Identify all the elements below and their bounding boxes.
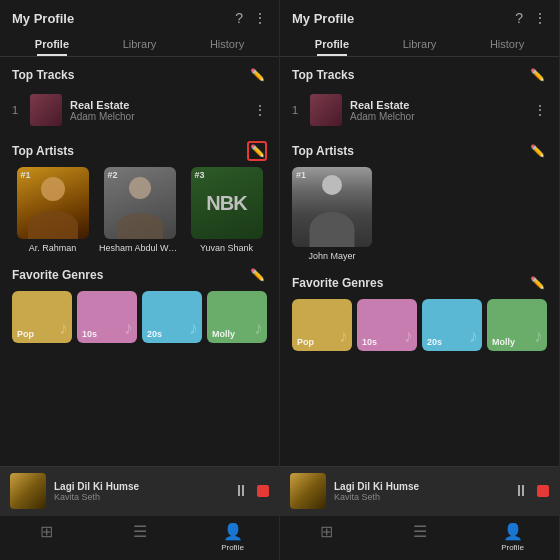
left-tracks-edit-btn[interactable]: ✏️ [247, 65, 267, 85]
tab-library-left[interactable]: Library [115, 34, 165, 56]
right-genre-music-icon-molly: ♪ [534, 326, 543, 347]
right-track-thumbnail [310, 94, 342, 126]
left-tracks-header: Top Tracks ✏️ [12, 65, 267, 85]
right-track-name: Real Estate [350, 99, 525, 111]
john-mayer-img: #1 [292, 167, 372, 247]
left-panel: My Profile ? ⋮ Profile Library History T… [0, 0, 280, 560]
tab-history-left[interactable]: History [202, 34, 252, 56]
left-artists-edit-btn[interactable]: ✏️ [247, 141, 267, 161]
right-title: My Profile [292, 11, 354, 26]
right-header-icons: ? ⋮ [515, 10, 547, 26]
right-genre-pop[interactable]: Pop ♪ [292, 299, 352, 351]
right-grid-icon: ⊞ [320, 522, 333, 541]
left-nav-profile[interactable]: 👤 Profile [186, 522, 279, 552]
right-np-info: Lagi Dil Ki Humse Kavita Seth [334, 481, 505, 502]
more-icon[interactable]: ⋮ [253, 10, 267, 26]
right-genre-20s[interactable]: 20s ♪ [422, 299, 482, 351]
tab-profile-left[interactable]: Profile [27, 34, 77, 56]
right-header: My Profile ? ⋮ [280, 0, 559, 30]
left-bottom-nav: ⊞ ☰ 👤 Profile [0, 515, 279, 560]
nbk-logo: NBK [206, 193, 246, 213]
genre-pop[interactable]: Pop ♪ [12, 291, 72, 343]
right-pause-btn[interactable]: ⏸ [513, 482, 529, 500]
right-nav-grid[interactable]: ⊞ [280, 522, 373, 552]
left-np-title: Lagi Dil Ki Humse [54, 481, 225, 492]
right-now-playing: Lagi Dil Ki Humse Kavita Seth ⏸ [280, 466, 559, 515]
tab-history-right[interactable]: History [482, 34, 532, 56]
ar-rahman-name: Ar. Rahman [12, 243, 93, 253]
hesham-img: #2 [104, 167, 176, 239]
right-track-more-btn[interactable]: ⋮ [533, 102, 547, 118]
right-np-controls: ⏸ [513, 482, 549, 500]
genre-molly[interactable]: Molly ♪ [207, 291, 267, 343]
ar-rahman-rank: #1 [21, 170, 31, 180]
right-genres-title: Favorite Genres [292, 276, 383, 290]
help-icon[interactable]: ? [235, 10, 243, 26]
artist-card-john-mayer[interactable]: #1 John Mayer [292, 167, 372, 261]
right-top-tracks-section: Top Tracks ✏️ 1 Real Estate Adam Melchor… [280, 57, 559, 133]
right-more-icon[interactable]: ⋮ [533, 10, 547, 26]
track-item: 1 Real Estate Adam Melchor ⋮ [12, 91, 267, 129]
left-nav-chat[interactable]: ☰ [93, 522, 186, 552]
right-genres-row: Pop ♪ 10s ♪ 20s ♪ Molly ♪ [292, 299, 547, 351]
right-track-thumb-img [310, 94, 342, 126]
genre-10s-label: 10s [82, 329, 97, 339]
right-help-icon[interactable]: ? [515, 10, 523, 26]
right-genre-10s-label: 10s [362, 337, 377, 347]
left-title: My Profile [12, 11, 74, 26]
left-top-tracks-section: Top Tracks ✏️ 1 Real Estate Adam Melchor… [0, 57, 279, 133]
right-nav-chat[interactable]: ☰ [373, 522, 466, 552]
right-track-artist: Adam Melchor [350, 111, 525, 122]
tab-profile-right[interactable]: Profile [307, 34, 357, 56]
left-genres-edit-btn[interactable]: ✏️ [247, 265, 267, 285]
right-genres-edit-btn[interactable]: ✏️ [527, 273, 547, 293]
left-top-artists-section: Top Artists ✏️ #1 Ar. Rahman #2 Hesham A… [0, 133, 279, 257]
right-panel: My Profile ? ⋮ Profile Library History T… [280, 0, 560, 560]
genre-music-icon-10s: ♪ [124, 318, 133, 339]
genre-pop-label: Pop [17, 329, 34, 339]
track-number: 1 [12, 104, 22, 116]
right-tracks-header: Top Tracks ✏️ [292, 65, 547, 85]
right-nav-profile[interactable]: 👤 Profile [466, 522, 559, 552]
right-tracks-edit-btn[interactable]: ✏️ [527, 65, 547, 85]
left-np-controls: ⏸ [233, 482, 269, 500]
left-tabs: Profile Library History [0, 30, 279, 57]
left-genres-header: Favorite Genres ✏️ [12, 265, 267, 285]
left-profile-nav-label: Profile [221, 543, 244, 552]
right-stop-btn[interactable] [537, 485, 549, 497]
right-artists-edit-btn[interactable]: ✏️ [527, 141, 547, 161]
right-bottom-nav: ⊞ ☰ 👤 Profile [280, 515, 559, 560]
right-genre-music-icon-pop: ♪ [339, 326, 348, 347]
left-genres-title: Favorite Genres [12, 268, 103, 282]
yuvan-rank: #3 [195, 170, 205, 180]
left-np-thumb [10, 473, 46, 509]
track-name: Real Estate [70, 99, 245, 111]
profile-icon-right: 👤 [503, 522, 523, 541]
right-genre-molly[interactable]: Molly ♪ [487, 299, 547, 351]
left-header: My Profile ? ⋮ [0, 0, 279, 30]
left-np-thumb-inner [10, 473, 46, 509]
left-nav-grid[interactable]: ⊞ [0, 522, 93, 552]
yuvan-name: Yuvan Shank [186, 243, 267, 253]
track-thumb-img [30, 94, 62, 126]
artist-card-ar-rahman[interactable]: #1 Ar. Rahman [12, 167, 93, 253]
chat-icon: ☰ [133, 522, 147, 541]
genre-music-icon-pop: ♪ [59, 318, 68, 339]
artist-card-yuvan[interactable]: NBK #3 Yuvan Shank [186, 167, 267, 253]
left-pause-btn[interactable]: ⏸ [233, 482, 249, 500]
left-stop-btn[interactable] [257, 485, 269, 497]
john-mayer-name: John Mayer [292, 251, 372, 261]
track-more-btn[interactable]: ⋮ [253, 102, 267, 118]
genre-molly-label: Molly [212, 329, 235, 339]
right-profile-nav-label: Profile [501, 543, 524, 552]
genre-10s[interactable]: 10s ♪ [77, 291, 137, 343]
left-genres-row: Pop ♪ 10s ♪ 20s ♪ Molly ♪ [12, 291, 267, 343]
track-artist: Adam Melchor [70, 111, 245, 122]
right-genre-10s[interactable]: 10s ♪ [357, 299, 417, 351]
artist-card-hesham[interactable]: #2 Hesham Abdul Wahab [99, 167, 180, 253]
john-mayer-rank: #1 [296, 170, 306, 180]
genre-20s[interactable]: 20s ♪ [142, 291, 202, 343]
right-genre-molly-label: Molly [492, 337, 515, 347]
tab-library-right[interactable]: Library [395, 34, 445, 56]
right-track-number: 1 [292, 104, 302, 116]
